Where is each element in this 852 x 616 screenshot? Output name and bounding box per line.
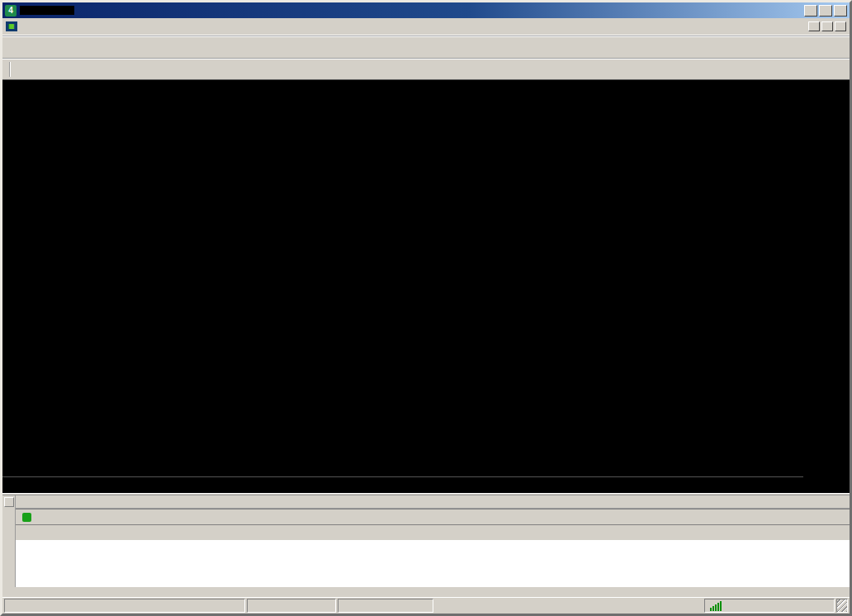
chart-window-icon[interactable]: ▦	[6, 21, 17, 31]
status-traffic-cell	[704, 599, 835, 613]
window-controls	[804, 5, 847, 17]
chart-area	[2, 79, 850, 493]
resize-grip[interactable]	[836, 599, 848, 613]
child-minimize-icon[interactable]	[808, 21, 820, 31]
terminal-side-strip	[2, 495, 16, 587]
connection-bars-icon	[710, 601, 722, 611]
redacted-account-block	[20, 6, 74, 15]
table-header-row	[16, 495, 850, 509]
menu-bar: ▦	[2, 18, 850, 36]
terminal-panel	[2, 495, 850, 587]
maximize-icon[interactable]	[819, 5, 832, 17]
app-icon: 4	[5, 5, 17, 17]
date-axis	[2, 476, 803, 493]
standard-toolbar	[2, 36, 850, 58]
status-empty-cell	[338, 599, 433, 613]
line-studies-toolbar	[2, 58, 850, 79]
minimize-icon[interactable]	[804, 5, 817, 17]
status-profile[interactable]	[247, 599, 336, 613]
terminal-close-icon[interactable]	[4, 497, 14, 507]
title-bar[interactable]: 4	[2, 2, 850, 18]
price-axis	[803, 80, 850, 476]
mt4-window: 4 ▦	[0, 0, 852, 616]
balance-row	[16, 509, 850, 524]
terminal-table	[16, 495, 850, 587]
terminal-tabs	[16, 524, 850, 540]
status-filler	[435, 599, 703, 613]
child-restore-icon[interactable]	[821, 21, 833, 31]
status-bar	[2, 597, 850, 614]
toolbar-separator	[9, 62, 11, 77]
window-bottom-spacer	[2, 587, 850, 597]
status-help-text	[4, 599, 245, 613]
child-window-controls	[808, 21, 848, 31]
balance-icon	[22, 513, 31, 522]
chart-plot[interactable]	[2, 80, 803, 476]
close-icon[interactable]	[834, 5, 847, 17]
child-close-icon[interactable]	[835, 21, 846, 31]
